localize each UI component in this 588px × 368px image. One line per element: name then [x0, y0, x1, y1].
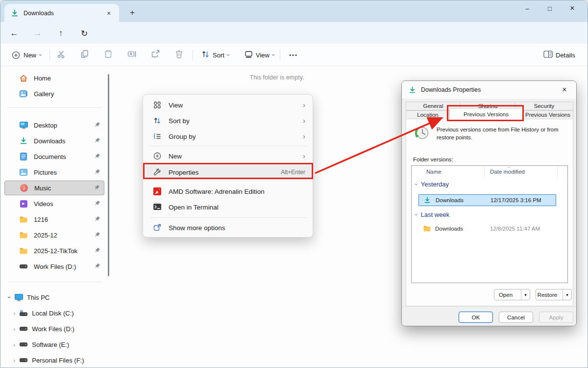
- tab-customize[interactable]: Previous Versions: [522, 110, 573, 119]
- sidebar-item-home[interactable]: Home: [4, 71, 104, 85]
- cut-button[interactable]: [53, 47, 69, 63]
- sidebar-item-label: Local Disk (C:): [32, 310, 74, 317]
- sidebar-scrollbar[interactable]: [108, 74, 109, 276]
- sidebar-item-downloads[interactable]: Downloads: [4, 133, 104, 148]
- details-pane-button[interactable]: Details: [539, 48, 579, 62]
- menu-item-properties[interactable]: Properties Alt+Enter: [146, 165, 311, 180]
- sidebar-item-label: 2025-12-TikTok: [34, 247, 77, 255]
- chevron-collapsed-icon: ›: [13, 310, 15, 316]
- amd-adrenalin-icon: a: [153, 187, 162, 196]
- this-pc-icon: [14, 293, 23, 302]
- submenu-chevron-icon: ›: [303, 102, 305, 108]
- view-icon: [245, 51, 253, 60]
- open-split-button[interactable]: Open ▾: [494, 289, 530, 300]
- dropdown-arrow-icon[interactable]: ▾: [563, 292, 571, 297]
- sidebar-item-this-pc[interactable]: › This PC: [4, 290, 104, 305]
- forward-button[interactable]: →: [30, 26, 45, 41]
- restore-split-button[interactable]: Restore ▾: [536, 289, 572, 300]
- sidebar-item-personal-files-f[interactable]: › Personal Files (F:): [4, 353, 104, 368]
- toolbar-divider: [280, 50, 280, 60]
- tab-close-button[interactable]: ×: [103, 8, 114, 19]
- group-header-last-week[interactable]: › Last week: [416, 211, 449, 218]
- delete-button[interactable]: [171, 47, 187, 63]
- share-icon: [151, 50, 160, 60]
- toolbar-divider: [49, 50, 50, 60]
- refresh-button[interactable]: ↻: [77, 26, 92, 41]
- explorer-tab-downloads[interactable]: Downloads ×: [4, 4, 119, 22]
- version-row-downloads-yesterday[interactable]: Downloads 12/17/2025 3:16 PM: [418, 194, 556, 206]
- share-button[interactable]: [147, 47, 163, 63]
- version-name: Downloads: [436, 197, 464, 203]
- ok-button[interactable]: OK: [459, 312, 493, 323]
- sidebar-item-videos[interactable]: ▶ Videos: [4, 196, 104, 211]
- sidebar-item-2025-12[interactable]: 2025-12: [4, 228, 104, 242]
- tab-security[interactable]: Security: [515, 102, 573, 110]
- dialog-footer: OK Cancel Apply: [402, 306, 576, 326]
- folder-icon: [19, 215, 28, 224]
- sort-button[interactable]: Sort ›: [197, 48, 233, 62]
- sidebar-item-label: Software (E:): [32, 341, 69, 348]
- tab-location[interactable]: Location: [406, 110, 450, 119]
- restore-label: Restore: [536, 292, 559, 298]
- sidebar-item-desktop[interactable]: Desktop: [4, 118, 104, 132]
- local-disk-icon: [19, 309, 28, 317]
- menu-item-label: Show more options: [169, 224, 225, 232]
- column-separator: [484, 167, 485, 178]
- minimize-button[interactable]: –: [516, 0, 539, 16]
- sidebar-item-documents[interactable]: Documents: [4, 149, 104, 164]
- sidebar-item-local-disk-c[interactable]: › Local Disk (C:): [4, 306, 104, 320]
- menu-item-amd-software[interactable]: a AMD Software: Adrenalin Edition: [146, 184, 311, 199]
- column-header-name[interactable]: Name: [426, 169, 441, 175]
- dialog-close-button[interactable]: ×: [559, 84, 570, 96]
- documents-icon: [19, 152, 28, 161]
- apply-button[interactable]: Apply: [539, 312, 573, 323]
- menu-item-show-more-options[interactable]: Show more options: [146, 220, 311, 235]
- view-button[interactable]: View ›: [241, 48, 278, 62]
- cancel-button[interactable]: Cancel: [499, 312, 533, 323]
- menu-item-view[interactable]: View ›: [146, 98, 311, 112]
- sidebar-item-label: Home: [34, 75, 51, 82]
- dropdown-arrow-icon[interactable]: ▾: [521, 292, 530, 297]
- new-label: New: [24, 52, 36, 59]
- version-row-downloads-last-week[interactable]: Downloads 12/8/2025 11:47 AM: [418, 223, 556, 235]
- close-icon: ×: [570, 4, 574, 13]
- menu-item-group-by[interactable]: Group by ›: [146, 129, 311, 144]
- sidebar-item-gallery[interactable]: Gallery: [4, 86, 104, 101]
- tab-previous-versions[interactable]: Previous VersionsPrevious Versions: [449, 108, 523, 120]
- copy-button[interactable]: [77, 47, 93, 63]
- title-bar: Downloads × + – □ ×: [0, 0, 588, 22]
- drive-icon: [19, 324, 28, 333]
- menu-item-sort-by[interactable]: Sort by ›: [146, 113, 311, 128]
- version-date: 12/8/2025 11:47 AM: [490, 226, 540, 232]
- menu-item-label: Group by: [169, 133, 196, 140]
- new-button[interactable]: New ›: [6, 48, 47, 62]
- terminal-icon: [153, 203, 162, 211]
- sidebar-item-label: Work Files (D:): [34, 263, 76, 270]
- sidebar-item-1216[interactable]: 1216: [4, 212, 104, 227]
- rename-button[interactable]: [124, 47, 140, 63]
- group-header-yesterday[interactable]: › Yesterday: [416, 181, 449, 188]
- sidebar-item-software-e[interactable]: › Software (E:): [4, 337, 104, 352]
- more-options-button[interactable]: •••: [286, 47, 301, 63]
- menu-item-new[interactable]: New ›: [146, 149, 311, 163]
- back-button[interactable]: ←: [7, 26, 22, 41]
- sidebar-item-pictures[interactable]: Pictures: [4, 165, 104, 180]
- menu-item-label: View: [169, 102, 183, 109]
- up-button[interactable]: ↑: [53, 26, 68, 41]
- maximize-button[interactable]: □: [539, 0, 561, 16]
- window-close-button[interactable]: ×: [561, 0, 584, 16]
- desktop-icon: [19, 121, 28, 130]
- sidebar-item-work-files-d-tree[interactable]: › Work Files (D:): [4, 321, 104, 336]
- downloads-icon: [19, 136, 28, 145]
- sidebar-item-label: 2025-12: [34, 232, 57, 239]
- new-tab-button[interactable]: +: [126, 6, 139, 19]
- column-header-date-modified[interactable]: Date modified: [490, 169, 525, 175]
- sidebar-item-label: Music: [34, 184, 51, 192]
- sidebar-item-2025-12-tiktok[interactable]: 2025-12-TikTok: [4, 243, 104, 258]
- paste-button[interactable]: [100, 47, 116, 63]
- sidebar-item-label: Work Files (D:): [32, 325, 74, 333]
- sidebar-item-work-files-d[interactable]: Work Files (D:): [4, 259, 104, 274]
- menu-item-open-in-terminal[interactable]: Open in Terminal: [146, 200, 311, 214]
- sidebar-item-music[interactable]: ♪ Music: [4, 181, 104, 195]
- maximize-icon: □: [548, 5, 552, 12]
